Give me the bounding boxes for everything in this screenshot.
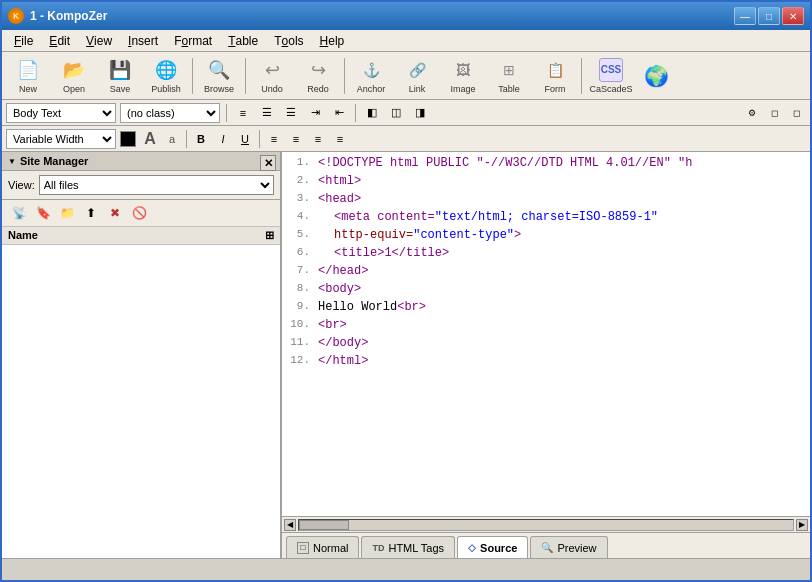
scroll-right-button[interactable]: ▶ <box>796 519 808 531</box>
table-row: 3. <head> <box>282 192 810 210</box>
save-button[interactable]: 💾 Save <box>98 55 142 97</box>
scroll-left-button[interactable]: ◀ <box>284 519 296 531</box>
menu-insert[interactable]: Insert <box>120 30 166 51</box>
redo-button[interactable]: ↪ Redo <box>296 55 340 97</box>
list-ol-button[interactable]: ☰ <box>257 103 277 123</box>
publish-button[interactable]: 🌐 Publish <box>144 55 188 97</box>
editor-content[interactable]: 1. <!DOCTYPE html PUBLIC "-//W3C//DTD HT… <box>282 152 810 516</box>
image-label: Image <box>450 84 475 94</box>
undo-button[interactable]: ↩ Undo <box>250 55 294 97</box>
menu-view[interactable]: View <box>78 30 120 51</box>
source-tab-icon: ◇ <box>468 542 476 553</box>
tab-source[interactable]: ◇ Source <box>457 536 528 558</box>
code-tag: <body> <box>318 282 361 296</box>
format-sep-2 <box>355 104 356 122</box>
tab-preview[interactable]: 🔍 Preview <box>530 536 607 558</box>
font-size-up-button[interactable]: A <box>140 129 160 149</box>
code-tag: <title>1</title> <box>334 246 449 260</box>
table-row: 11. </body> <box>282 336 810 354</box>
menu-edit[interactable]: Edit <box>41 30 78 51</box>
minimize-button[interactable]: — <box>734 7 756 25</box>
menu-file[interactable]: File <box>6 30 41 51</box>
image-button[interactable]: 🖼 Image <box>441 55 485 97</box>
scroll-thumb[interactable] <box>299 520 349 530</box>
sm-upload-button[interactable]: ⬆ <box>80 203 102 223</box>
menu-tools[interactable]: Tools <box>266 30 311 51</box>
scroll-track[interactable] <box>298 519 794 531</box>
html-tags-label: HTML Tags <box>388 542 444 554</box>
class-select[interactable]: (no class) <box>120 103 220 123</box>
globe-icon: 🌍 <box>644 64 668 88</box>
bold-button[interactable]: B <box>191 129 211 149</box>
indent-button[interactable]: ⇥ <box>305 103 325 123</box>
anchor-button[interactable]: ⚓ Anchor <box>349 55 393 97</box>
align-center-btn[interactable]: ◫ <box>386 103 406 123</box>
title-bar: K 1 - KompoZer — □ ✕ <box>2 2 810 30</box>
align-right-btn[interactable]: ◨ <box>410 103 430 123</box>
tab-normal[interactable]: □ Normal <box>286 536 359 558</box>
h-scrollbar[interactable]: ◀ ▶ <box>282 516 810 532</box>
menu-bar: File Edit View Insert Format Table Tools… <box>2 30 810 52</box>
browse-label: Browse <box>204 84 234 94</box>
cascade-button[interactable]: CSS CaScadeS <box>586 55 636 97</box>
maximize-button[interactable]: □ <box>758 7 780 25</box>
browse-button[interactable]: 🔍 Browse <box>197 55 241 97</box>
sm-connect-button[interactable]: 📡 <box>8 203 30 223</box>
outdent-button[interactable]: ⇤ <box>329 103 349 123</box>
code-view: 1. <!DOCTYPE html PUBLIC "-//W3C//DTD HT… <box>282 152 810 376</box>
new-button[interactable]: 📄 New <box>6 55 50 97</box>
tab-html-tags[interactable]: TD HTML Tags <box>361 536 455 558</box>
code-text: Hello World <box>318 300 397 314</box>
window-controls: — □ ✕ <box>734 7 804 25</box>
font-size-down-button[interactable]: a <box>162 129 182 149</box>
menu-help[interactable]: Help <box>312 30 353 51</box>
right-icon-3[interactable]: ◻ <box>786 103 806 123</box>
status-bar <box>2 558 810 580</box>
code-tag: </body> <box>318 336 368 350</box>
sm-name-col: Name <box>8 229 38 242</box>
view-select[interactable]: All files <box>39 175 274 195</box>
form-button[interactable]: 📋 Form <box>533 55 577 97</box>
width-select[interactable]: Variable Width <box>6 129 116 149</box>
close-button[interactable]: ✕ <box>782 7 804 25</box>
style-select[interactable]: Body Text <box>6 103 116 123</box>
sm-bookmark-button[interactable]: 🔖 <box>32 203 54 223</box>
color-swatch[interactable] <box>120 131 136 147</box>
right-icon-2[interactable]: ◻ <box>764 103 784 123</box>
new-label: New <box>19 84 37 94</box>
align-btn3[interactable]: ≡ <box>308 129 328 149</box>
table-row: 2. <html> <box>282 174 810 192</box>
code-attrval: "content-type" <box>413 228 514 242</box>
site-manager: ▼ Site Manager ✕ View: All files 📡 🔖 📁 ⬆… <box>2 152 282 558</box>
sm-refresh-button[interactable]: 🚫 <box>128 203 150 223</box>
table-row: 12. </html> <box>282 354 810 372</box>
line-content: Hello World<br> <box>318 300 806 318</box>
open-button[interactable]: 📂 Open <box>52 55 96 97</box>
align-left-btn[interactable]: ◧ <box>362 103 382 123</box>
sm-toolbar: 📡 🔖 📁 ⬆ ✖ 🚫 <box>2 200 280 227</box>
globe-button[interactable]: 🌍 <box>638 55 674 97</box>
save-icon: 💾 <box>108 58 132 82</box>
line-num: 5. <box>286 228 318 246</box>
align-btn2[interactable]: ≡ <box>286 129 306 149</box>
align-left-button[interactable]: ≡ <box>233 103 253 123</box>
menu-table[interactable]: Table <box>220 30 266 51</box>
sm-new-folder-button[interactable]: 📁 <box>56 203 78 223</box>
italic-button[interactable]: I <box>213 129 233 149</box>
line-num: 6. <box>286 246 318 264</box>
align-btn4[interactable]: ≡ <box>330 129 350 149</box>
table-button[interactable]: ⊞ Table <box>487 55 531 97</box>
sm-expand-icon: ⊞ <box>265 229 274 242</box>
sm-delete-button[interactable]: ✖ <box>104 203 126 223</box>
table-row: 9. Hello World<br> <box>282 300 810 318</box>
list-ul-button[interactable]: ☰ <box>281 103 301 123</box>
align-btn1[interactable]: ≡ <box>264 129 284 149</box>
link-button[interactable]: 🔗 Link <box>395 55 439 97</box>
cascade-icon: CSS <box>599 58 623 82</box>
menu-format[interactable]: Format <box>166 30 220 51</box>
sm-close-button[interactable]: ✕ <box>260 155 276 171</box>
line-content: </body> <box>318 336 806 354</box>
right-icon-1[interactable]: ⚙ <box>742 103 762 123</box>
underline-button[interactable]: U <box>235 129 255 149</box>
toolbar-sep-2 <box>245 58 246 94</box>
